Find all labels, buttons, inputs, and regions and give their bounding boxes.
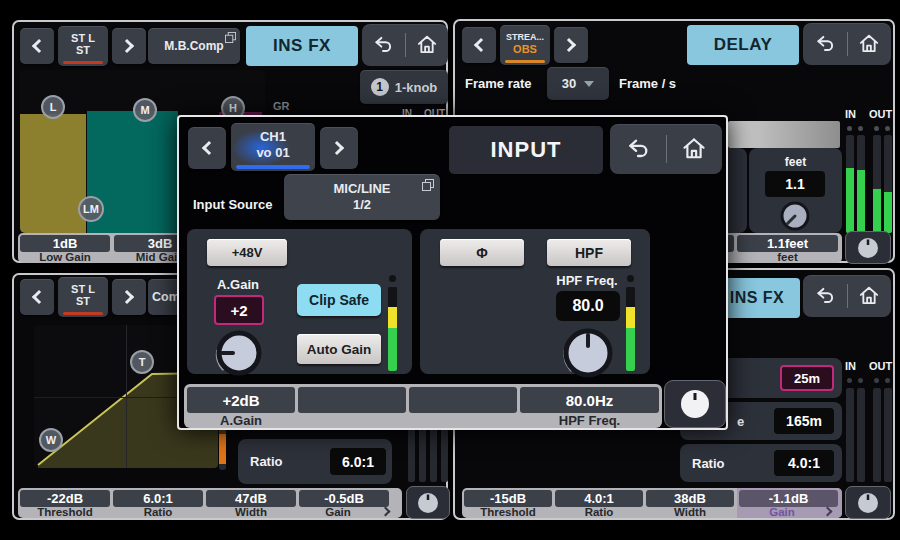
meter-peak-dot [858,126,863,131]
phase-label: Φ [476,245,488,261]
param-ratio-value[interactable]: 6.0:1 [113,490,203,507]
hpf-button[interactable]: HPF [547,239,631,266]
next-channel-button[interactable] [320,127,358,169]
touch-knob-button[interactable] [406,486,450,519]
meter-peak-dot [858,378,863,383]
clip-safe-button[interactable]: Clip Safe [297,284,381,316]
param-again-value[interactable]: +2dB [187,387,295,413]
channel-color-underline [63,312,103,315]
home-icon[interactable] [857,284,881,308]
param-value: +2dB [222,392,259,409]
lowmid-band-handle[interactable]: LM [78,196,104,222]
undo-icon[interactable] [624,135,652,163]
again-value-box[interactable]: +2 [214,295,264,325]
channel-name-line1: STREA... [506,31,544,43]
more-params-chevron[interactable] [381,507,391,517]
tab-delay[interactable]: DELAY [687,25,799,65]
home-icon[interactable] [415,33,439,57]
meter-peak-dot [847,126,852,131]
param-delay-value[interactable]: 1.1feet [737,235,838,252]
touch-knob-button[interactable] [664,380,726,428]
channel-select-button[interactable]: STREA... OBS [500,25,550,65]
one-knob-label: 1-knob [395,80,438,95]
threshold-handle[interactable]: T [130,350,154,374]
lowmid-band-handle-label: LM [83,203,99,215]
param-value: -0.5dB [324,491,364,506]
tab-ins-fx[interactable]: INS FX [246,26,358,66]
prev-channel-button[interactable] [20,28,54,64]
param-value: 38dB [674,491,706,506]
prev-channel-button[interactable] [188,127,226,169]
param-low-gain-value[interactable]: 1dB [20,235,110,252]
mixer-screen: ST L ST M.B.Comp INS FX L M H LM GR 1 1-… [0,0,900,540]
in-meter-r [857,388,865,482]
param-gain-value[interactable]: -1.1dB [739,490,838,507]
undo-icon[interactable] [813,32,837,56]
meter-seg-off [388,287,397,307]
phantom-48v-button[interactable]: +48V [207,239,287,266]
param-value: -22dB [47,491,83,506]
home-icon[interactable] [680,135,708,163]
next-channel-button[interactable] [112,279,146,315]
undo-icon[interactable] [813,284,837,308]
low-band-handle[interactable]: L [41,95,65,119]
param-cell[interactable] [409,387,517,413]
channel-select-button[interactable]: ST L ST [58,26,108,66]
delay-value: 1.1 [785,176,804,192]
one-knob-button[interactable]: 1 1-knob [360,70,448,104]
meter-peak-dot [627,275,634,282]
width-handle[interactable]: W [39,428,63,452]
ratio-section: Ratio 6.0:1 [238,439,392,484]
param-low-gain-label: Low Gain [20,251,110,263]
ratio-value-box[interactable]: 6.0:1 [330,448,386,475]
param-ratio-value[interactable]: 4.0:1 [555,490,643,507]
attack-value-box[interactable]: 25m [780,365,834,391]
param-value: 6.0:1 [143,491,173,506]
undo-icon[interactable] [371,33,395,57]
meter-seg-yellow [626,307,635,328]
hpf-freq-knob[interactable] [558,323,618,383]
module-select-button[interactable]: M.B.Comp [148,28,240,64]
touch-knob-button[interactable] [845,486,891,519]
page-title: INS FX [730,289,785,307]
in-meter-label: IN [845,108,856,120]
release-value-box[interactable]: 165m [774,408,834,434]
touch-knob-button[interactable] [845,231,891,264]
channel-select-button[interactable]: CH1 vo 01 [231,123,315,171]
out-meter-r [884,135,892,233]
param-width-value[interactable]: 38dB [646,490,734,507]
home-icon[interactable] [857,32,881,56]
param-gain-value[interactable]: -0.5dB [299,490,389,507]
delay-value-box[interactable]: 1.1 [765,171,825,197]
param-hpf-freq-value[interactable]: 80.0Hz [520,387,659,413]
knob-icon [856,236,880,260]
meter-fill [846,168,854,233]
param-width-label: Width [206,506,296,518]
meter-seg-green [388,328,397,371]
chevron-right-icon [562,38,576,52]
param-width-value[interactable]: 47dB [206,490,296,507]
ratio-value-box[interactable]: 4.0:1 [774,450,834,476]
hpf-freq-value-box[interactable]: 80.0 [556,291,620,321]
prev-channel-button[interactable] [462,27,496,63]
param-cell[interactable] [298,387,406,413]
delay-knob[interactable] [778,199,812,233]
channel-select-button[interactable]: ST L ST [58,277,108,317]
mid-band-handle[interactable]: M [133,98,157,122]
param-value: 80.0Hz [566,392,614,409]
input-level-meter [388,287,397,371]
again-knob[interactable] [211,325,267,381]
chevron-right-icon [120,39,134,53]
param-threshold-value[interactable]: -15dB [464,490,552,507]
module-label: Com [152,290,180,304]
input-source-button[interactable]: MIC/LINE 1/2 [284,174,440,220]
prev-channel-button[interactable] [20,279,54,315]
phase-button[interactable]: Φ [440,239,524,266]
auto-gain-button[interactable]: Auto Gain [297,334,381,364]
param-value: 1.1feet [767,236,808,251]
param-threshold-value[interactable]: -22dB [20,490,110,507]
frame-rate-dropdown[interactable]: 30 [547,67,609,100]
next-channel-button[interactable] [554,27,588,63]
page-title: DELAY [714,35,773,55]
next-channel-button[interactable] [112,28,146,64]
